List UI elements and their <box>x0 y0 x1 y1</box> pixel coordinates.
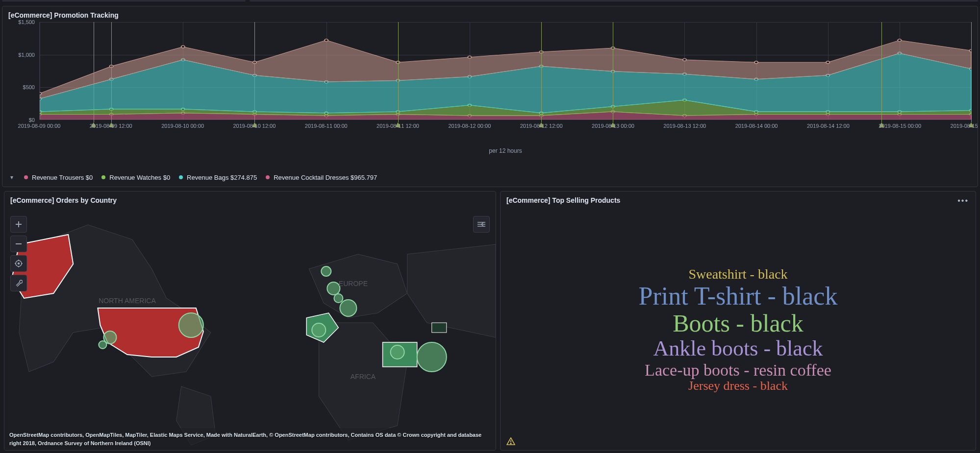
x-axis-caption: per 12 hours <box>39 147 972 154</box>
layers-button[interactable] <box>473 216 490 233</box>
tools-button[interactable] <box>10 275 27 291</box>
x-tick: 2019-08-09 12:00 <box>90 123 132 129</box>
svg-point-72 <box>334 294 343 303</box>
svg-point-73 <box>340 300 356 316</box>
chart-body: $0$500$1,000$1,500 2019-08-09 00:002019-… <box>2 22 978 169</box>
svg-point-68 <box>179 313 203 337</box>
x-tick: 2019-08-10 12:00 <box>233 123 276 129</box>
x-tick: 2019-08-12 12:00 <box>520 123 563 129</box>
legend-item[interactable]: Revenue Cocktail Dresses $965.797 <box>266 174 377 181</box>
legend-swatch <box>24 175 28 179</box>
tagcloud-word[interactable]: Lace-up boots - resin coffee <box>645 361 831 379</box>
chart-plot[interactable] <box>39 22 972 120</box>
svg-point-71 <box>327 282 340 295</box>
svg-point-44 <box>181 46 185 48</box>
tag-cloud: Sweatshirt - blackPrint T-shirt - blackB… <box>501 210 976 450</box>
tagcloud-word[interactable]: Ankle boots - black <box>653 337 823 360</box>
legend-label: Revenue Trousers $0 <box>32 174 93 181</box>
topcards-row <box>0 0 980 2</box>
x-tick: 2019-08-14 12:00 <box>807 123 850 129</box>
panel-options-icon[interactable]: ••• <box>955 194 972 207</box>
x-tick: 2019-08-13 00:00 <box>592 123 634 129</box>
legend-item[interactable]: Revenue Bags $274.875 <box>179 174 257 181</box>
x-tick: 2019-08-10 00:00 <box>161 123 204 129</box>
legend-item[interactable]: Revenue Watches $0 <box>101 174 170 181</box>
panel-top-selling: [eCommerce] Top Selling Products ••• Swe… <box>500 191 976 451</box>
svg-point-51 <box>683 58 686 61</box>
svg-point-76 <box>391 345 404 359</box>
y-tick: $0 <box>29 117 35 123</box>
legend-swatch <box>179 175 183 179</box>
svg-point-46 <box>325 39 328 42</box>
x-tick: 2019-08-15 00:00 <box>879 123 921 129</box>
svg-point-74 <box>321 266 331 276</box>
x-tick: 2019-08-11 00:00 <box>305 123 348 129</box>
topcard-ph <box>2 0 246 1</box>
svg-point-77 <box>417 342 447 372</box>
tagcloud-word[interactable]: Jersey dress - black <box>688 379 788 393</box>
panel-title: [eCommerce] Top Selling Products <box>501 191 976 207</box>
map-body[interactable]: NORTH AMERICA EUROPE AFRICA OpenStreetMa… <box>4 210 496 450</box>
map-label-eu: EUROPE <box>339 280 368 287</box>
svg-point-42 <box>40 92 42 95</box>
panel-orders-by-country: [eCommerce] Orders by Country <box>4 191 496 451</box>
topcard-ph <box>250 0 978 1</box>
svg-point-52 <box>754 61 758 64</box>
y-tick: $500 <box>23 84 35 90</box>
legend-label: Revenue Watches $0 <box>109 174 170 181</box>
map-label-af: AFRICA <box>351 373 376 381</box>
world-map: NORTH AMERICA EUROPE AFRICA <box>4 210 496 450</box>
map-controls <box>10 216 27 291</box>
annotation-marker[interactable] <box>881 22 882 122</box>
x-tick: 2019-08-11 12:00 <box>377 123 419 129</box>
legend-label: Revenue Bags $274.875 <box>187 174 257 181</box>
x-tick: 2019-08-13 12:00 <box>663 123 706 129</box>
annotation-marker[interactable] <box>254 22 255 122</box>
x-tick: 2019-08-09 00:00 <box>18 123 61 129</box>
fit-bounds-button[interactable] <box>10 255 27 272</box>
x-tick: 2019-08-12 00:00 <box>448 123 491 129</box>
legend-expand-icon[interactable]: ▾ <box>8 173 15 182</box>
svg-point-79 <box>510 443 511 444</box>
legend-swatch <box>101 175 105 179</box>
tagcloud-word[interactable]: Print T-shirt - black <box>639 282 838 310</box>
tagcloud-word[interactable]: Sweatshirt - black <box>688 267 787 282</box>
annotation-marker[interactable] <box>94 22 94 122</box>
warning-icon[interactable] <box>506 437 515 445</box>
annotation-marker[interactable] <box>541 22 542 122</box>
legend-swatch <box>266 175 270 179</box>
chart-legend: ▾ Revenue Trousers $0Revenue Watches $0R… <box>2 169 978 187</box>
svg-point-54 <box>898 39 901 42</box>
svg-point-70 <box>99 341 106 349</box>
x-axis: 2019-08-09 00:002019-08-09 12:002019-08-… <box>39 123 972 132</box>
panel-title: [eCommerce] Promotion Tracking <box>2 6 978 22</box>
svg-point-60 <box>18 263 20 264</box>
svg-point-75 <box>312 323 326 337</box>
annotation-marker[interactable] <box>971 22 972 122</box>
legend-label: Revenue Cocktail Dresses $965.797 <box>274 174 377 181</box>
annotation-marker[interactable] <box>111 22 112 122</box>
svg-point-48 <box>468 56 471 58</box>
x-tick: 2019-08-14 00:00 <box>735 123 778 129</box>
x-tick: 2019-08-15 12:00 <box>951 123 978 129</box>
legend-item[interactable]: Revenue Trousers $0 <box>24 174 93 181</box>
y-tick: $1,000 <box>18 52 35 58</box>
bottom-row: [eCommerce] Orders by Country <box>2 191 978 451</box>
map-attribution: OpenStreetMap contributors, OpenMapTiles… <box>4 428 496 450</box>
panel-promotion-tracking: [eCommerce] Promotion Tracking $0$500$1,… <box>2 6 978 187</box>
zoom-out-button[interactable] <box>10 236 27 252</box>
panel-title: [eCommerce] Orders by Country <box>4 191 496 207</box>
zoom-in-button[interactable] <box>10 216 27 233</box>
annotation-marker[interactable] <box>398 22 399 122</box>
map-layers <box>473 216 490 233</box>
tagcloud-word[interactable]: Boots - black <box>673 310 804 337</box>
y-tick: $1,500 <box>18 19 35 25</box>
annotation-marker[interactable] <box>613 22 613 122</box>
map-label-na: NORTH AMERICA <box>99 297 156 305</box>
svg-point-53 <box>826 61 829 64</box>
